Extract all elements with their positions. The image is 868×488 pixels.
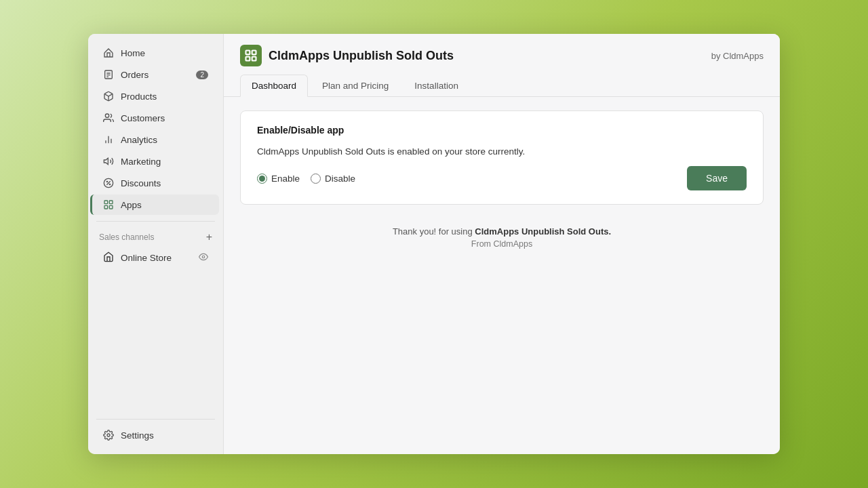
svg-marker-9 [104, 158, 108, 164]
tabs-bar: Dashboard Plan and Pricing Installation [224, 75, 780, 97]
apps-icon [103, 199, 114, 210]
svg-rect-20 [246, 51, 250, 55]
disable-option[interactable]: Disable [311, 174, 355, 184]
svg-rect-15 [109, 201, 113, 204]
enable-option[interactable]: Enable [257, 174, 300, 184]
discounts-icon [103, 178, 114, 188]
sidebar-item-discounts[interactable]: Discounts [92, 173, 219, 193]
sidebar-item-customers[interactable]: Customers [92, 108, 219, 128]
settings-icon [103, 430, 114, 441]
marketing-icon [103, 156, 114, 167]
sidebar-item-apps[interactable]: Apps [90, 195, 219, 215]
sidebar-item-discounts-label: Discounts [121, 178, 161, 188]
sidebar-item-customers-label: Customers [121, 113, 165, 123]
card-title: Enable/Disable app [257, 125, 747, 136]
card-description: CldmApps Unpublish Sold Outs is enabled … [257, 146, 747, 157]
svg-point-13 [109, 184, 110, 184]
footer-from: From CldmApps [240, 239, 764, 254]
footer-thank-you-text: Thank you! for using [393, 226, 475, 237]
orders-icon [103, 69, 114, 80]
settings-label: Settings [121, 430, 154, 441]
online-store-label: Online Store [121, 253, 172, 263]
sidebar-item-home-label: Home [121, 48, 145, 58]
sales-channels-label: Sales channels [99, 232, 154, 242]
tab-plan-pricing[interactable]: Plan and Pricing [311, 75, 400, 97]
svg-rect-21 [252, 51, 256, 55]
home-icon [103, 47, 114, 58]
sidebar-item-settings[interactable]: Settings [92, 425, 219, 445]
products-icon [103, 91, 114, 102]
app-title: CldmApps Unpublish Sold Outs [269, 49, 454, 63]
content-area: Enable/Disable app CldmApps Unpublish So… [224, 97, 780, 454]
enable-label: Enable [271, 174, 300, 184]
eye-icon[interactable] [199, 252, 208, 264]
analytics-icon [103, 134, 114, 145]
online-store-icon [103, 251, 114, 264]
svg-point-12 [106, 181, 107, 182]
app-header: CldmApps Unpublish Sold Outs by CldmApps [224, 34, 780, 75]
svg-point-19 [107, 434, 110, 436]
svg-point-5 [105, 114, 108, 117]
svg-rect-16 [104, 205, 108, 209]
enable-disable-card: Enable/Disable app CldmApps Unpublish So… [240, 110, 764, 205]
disable-label: Disable [325, 174, 355, 184]
sales-channels-section: Sales channels + [88, 227, 223, 246]
svg-point-18 [202, 256, 205, 258]
main-content: CldmApps Unpublish Sold Outs by CldmApps… [224, 34, 780, 454]
sidebar-bottom-divider [96, 419, 215, 420]
sidebar-item-apps-label: Apps [121, 200, 142, 210]
svg-rect-17 [109, 205, 113, 209]
tab-installation[interactable]: Installation [403, 75, 470, 97]
online-store-actions [199, 252, 208, 264]
sidebar: Home Orders 2 Produ [88, 34, 224, 454]
svg-rect-14 [104, 201, 108, 204]
sidebar-bottom: Settings [88, 413, 223, 446]
sidebar-item-marketing[interactable]: Marketing [92, 151, 219, 171]
app-logo [240, 45, 262, 66]
orders-badge: 2 [196, 70, 208, 79]
sidebar-item-orders-label: Orders [121, 70, 149, 80]
footer-thank-you: Thank you! for using CldmApps Unpublish … [240, 216, 764, 239]
app-author: by CldmApps [711, 51, 764, 61]
sidebar-item-products-label: Products [121, 92, 157, 102]
app-title-area: CldmApps Unpublish Sold Outs [240, 45, 454, 66]
radio-group: Enable Disable [257, 174, 355, 184]
save-button[interactable]: Save [687, 166, 747, 190]
enable-radio[interactable] [257, 174, 267, 184]
sidebar-divider [96, 221, 215, 222]
disable-radio[interactable] [311, 174, 321, 184]
sidebar-item-analytics-label: Analytics [121, 135, 157, 145]
sidebar-item-analytics[interactable]: Analytics [92, 129, 219, 150]
sidebar-item-orders[interactable]: Orders 2 [92, 64, 219, 85]
add-sales-channel-icon[interactable]: + [206, 231, 212, 243]
tab-dashboard[interactable]: Dashboard [240, 75, 308, 97]
sidebar-item-products[interactable]: Products [92, 86, 219, 106]
footer-app-name: CldmApps Unpublish Sold Outs. [475, 226, 611, 237]
sidebar-item-marketing-label: Marketing [121, 157, 161, 167]
svg-rect-23 [252, 57, 256, 61]
svg-rect-22 [246, 57, 250, 61]
sidebar-item-home[interactable]: Home [92, 43, 219, 63]
sidebar-item-online-store[interactable]: Online Store [92, 247, 219, 269]
customers-icon [103, 113, 114, 123]
